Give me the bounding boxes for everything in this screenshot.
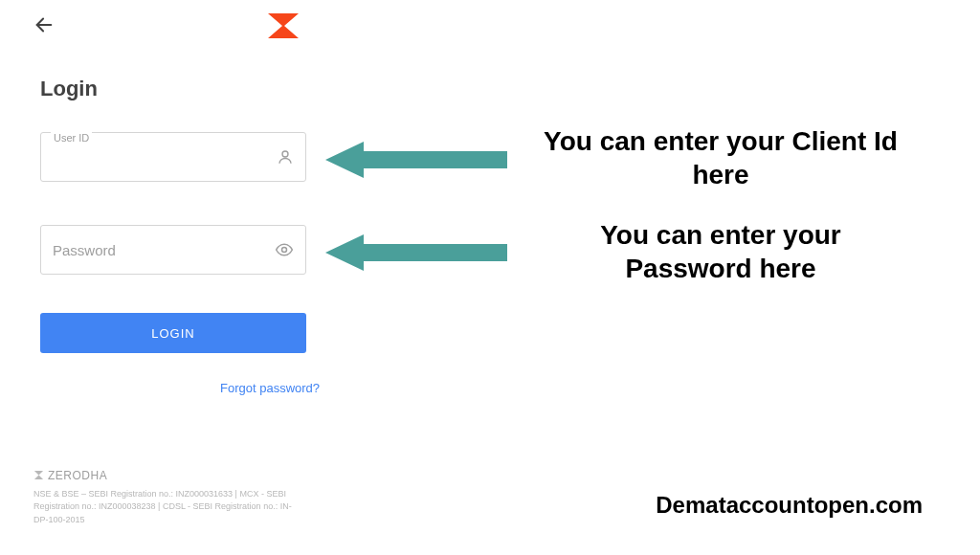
userid-input[interactable] [53,149,277,166]
annotation-arrow-2 [325,234,507,271]
userid-label: User ID [51,132,92,144]
page-title: Login [40,77,98,101]
watermark-text: Demataccountopen.com [656,492,923,519]
annotation-text-2: You can enter your Password here [534,218,907,285]
arrow-left-thick-icon [325,234,507,271]
userid-field-container[interactable]: User ID [40,132,306,182]
arrow-left-thick-icon [325,142,507,178]
footer: ZERODHA NSE & BSE – SEBI Registration no… [33,469,301,527]
kite-logo-icon [268,13,299,38]
login-button[interactable]: LOGIN [40,313,306,353]
zerodha-logo-icon [33,470,44,480]
back-arrow-button[interactable] [33,14,55,39]
eye-icon[interactable] [275,240,294,259]
footer-brand: ZERODHA [33,469,301,482]
password-input[interactable] [53,242,275,258]
forgot-password-link[interactable]: Forgot password? [220,381,320,395]
footer-brand-text: ZERODHA [48,469,107,482]
user-icon [277,148,294,166]
kite-logo [268,13,299,42]
arrow-left-icon [33,14,55,35]
svg-point-2 [282,248,287,253]
annotation-text-1: You can enter your Client Id here [534,124,907,191]
footer-registration-text: NSE & BSE – SEBI Registration no.: INZ00… [33,488,301,527]
svg-point-1 [282,151,288,157]
annotation-arrow-1 [325,142,507,178]
password-field-container[interactable] [40,225,306,275]
